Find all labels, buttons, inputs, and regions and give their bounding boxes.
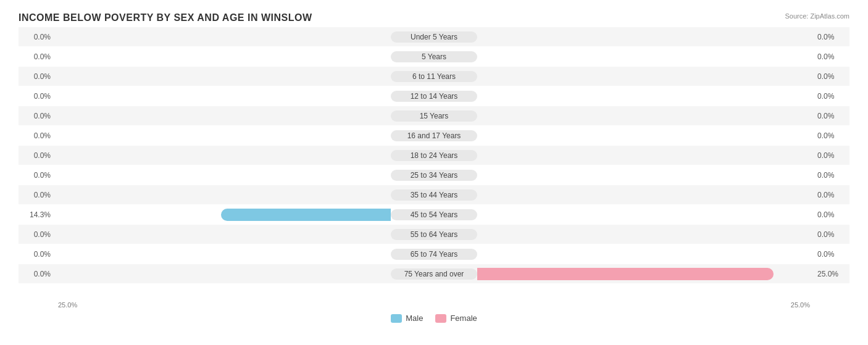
table-row: 0.0% 16 and 17 Years 0.0% [19, 126, 849, 145]
table-row: 0.0% 65 to 74 Years 0.0% [19, 244, 849, 264]
male-value-label: 0.0% [19, 191, 56, 199]
right-bar-area [477, 106, 812, 125]
right-bar-area [477, 47, 812, 66]
right-bar-area [477, 146, 812, 165]
left-bar-area [56, 67, 391, 86]
right-bar-area [477, 86, 812, 106]
age-label: Under 5 Years [391, 31, 477, 43]
age-label: 45 to 54 Years [391, 209, 477, 220]
male-value-label: 0.0% [19, 131, 56, 140]
right-bar-area [477, 27, 812, 46]
chart-area: 0.0% Under 5 Years 0.0% 0.0% 5 Years 0.0… [19, 27, 849, 299]
table-row: 0.0% 35 to 44 Years 0.0% [19, 185, 849, 204]
table-row: 0.0% 6 to 11 Years 0.0% [19, 67, 849, 86]
male-value-label: 0.0% [19, 250, 56, 259]
legend: Male Female [19, 314, 849, 323]
table-row: 0.0% Under 5 Years 0.0% [19, 27, 849, 46]
legend-female-box [435, 314, 446, 323]
female-value-label: 0.0% [812, 210, 849, 219]
right-bar-area [477, 67, 812, 86]
female-value-label: 0.0% [812, 230, 849, 239]
male-value-label: 0.0% [19, 270, 56, 278]
right-bar-area [477, 205, 812, 224]
age-label: 65 to 74 Years [391, 249, 477, 260]
table-row: 0.0% 18 to 24 Years 0.0% [19, 146, 849, 165]
age-label: 6 to 11 Years [391, 71, 477, 82]
female-value-label: 0.0% [812, 112, 849, 120]
female-value-label: 0.0% [812, 250, 849, 259]
female-value-label: 0.0% [812, 191, 849, 199]
male-value-label: 0.0% [19, 33, 56, 41]
axis-labels: 25.0% 25.0% [19, 301, 849, 309]
male-value-label: 0.0% [19, 151, 56, 160]
age-label: 5 Years [391, 51, 477, 62]
female-value-label: 0.0% [812, 131, 849, 140]
right-bar-area [477, 126, 812, 145]
left-bar-area [56, 244, 391, 264]
left-bar-area [56, 165, 391, 185]
left-bar-area [56, 185, 391, 204]
male-value-label: 0.0% [19, 171, 56, 180]
table-row: 0.0% 15 Years 0.0% [19, 106, 849, 125]
male-value-label: 0.0% [19, 52, 56, 61]
chart-container: INCOME BELOW POVERTY BY SEX AND AGE IN W… [0, 0, 868, 345]
left-bar-area [56, 27, 391, 46]
age-label: 75 Years and over [391, 268, 477, 280]
age-label: 16 and 17 Years [391, 130, 477, 141]
female-value-label: 0.0% [812, 171, 849, 180]
left-bar-area [56, 106, 391, 125]
male-value-label: 0.0% [19, 230, 56, 239]
age-label: 55 to 64 Years [391, 229, 477, 240]
female-value-label: 25.0% [812, 270, 849, 278]
table-row: 0.0% 55 to 64 Years 0.0% [19, 225, 849, 244]
female-bar [477, 268, 774, 280]
female-value-label: 0.0% [812, 92, 849, 101]
age-label: 12 to 14 Years [391, 91, 477, 102]
right-bar-area [477, 185, 812, 204]
table-row: 0.0% 5 Years 0.0% [19, 47, 849, 66]
female-value-label: 0.0% [812, 52, 849, 61]
left-bar-area [56, 86, 391, 106]
legend-female: Female [435, 314, 477, 323]
age-label: 25 to 34 Years [391, 170, 477, 181]
age-label: 18 to 24 Years [391, 150, 477, 161]
legend-male-box [391, 314, 402, 323]
legend-male-label: Male [406, 314, 423, 323]
right-bar-area [477, 264, 812, 283]
legend-male: Male [391, 314, 423, 323]
left-bar-area [56, 225, 391, 244]
male-value-label: 0.0% [19, 112, 56, 120]
chart-title: INCOME BELOW POVERTY BY SEX AND AGE IN W… [19, 12, 849, 23]
right-bar-area [477, 225, 812, 244]
table-row: 14.3% 45 to 54 Years 0.0% [19, 205, 849, 224]
right-bar-area [477, 244, 812, 264]
male-bar [221, 209, 391, 221]
left-bar-area [56, 126, 391, 145]
legend-female-label: Female [450, 314, 477, 323]
right-bar-area [477, 165, 812, 185]
female-value-label: 0.0% [812, 151, 849, 160]
age-label: 15 Years [391, 110, 477, 122]
left-bar-area [56, 47, 391, 66]
axis-right-label: 25.0% [477, 301, 812, 309]
male-value-label: 14.3% [19, 210, 56, 219]
source-text: Source: ZipAtlas.com [785, 12, 849, 20]
male-value-label: 0.0% [19, 92, 56, 101]
male-value-label: 0.0% [19, 72, 56, 81]
age-label: 35 to 44 Years [391, 189, 477, 201]
left-bar-area [56, 205, 391, 224]
table-row: 0.0% 12 to 14 Years 0.0% [19, 86, 849, 106]
left-bar-area [56, 264, 391, 283]
female-value-label: 0.0% [812, 72, 849, 81]
axis-left-label: 25.0% [56, 301, 391, 309]
table-row: 0.0% 75 Years and over 25.0% [19, 264, 849, 283]
female-value-label: 0.0% [812, 33, 849, 41]
table-row: 0.0% 25 to 34 Years 0.0% [19, 165, 849, 185]
left-bar-area [56, 146, 391, 165]
